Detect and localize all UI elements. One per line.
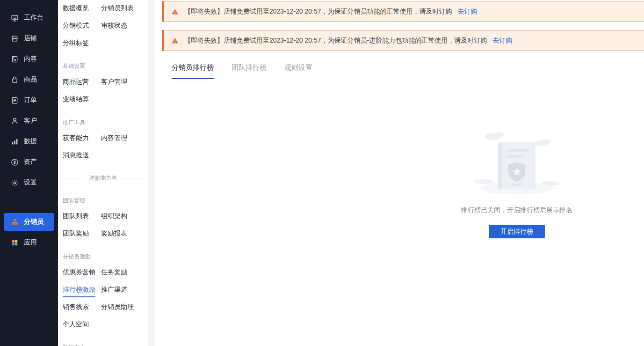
submenu-item-label: 客户管理 [101, 76, 127, 87]
panel-divider [148, 0, 155, 346]
ranking-panel: 排行榜已关闭，开启排行榜后展示排名 开启排行榜 [155, 79, 644, 313]
submenu-item[interactable]: 消息推送 [63, 150, 101, 160]
submenu-item-label: 数据概览 [63, 3, 89, 13]
submenu-item[interactable]: 分组标签 [63, 37, 101, 48]
tab-distributor-ranking[interactable]: 分销员排行榜 [172, 63, 214, 79]
submenu-item-label: 内容管理 [101, 133, 127, 143]
submenu-section-title: 推广工具 [63, 118, 148, 126]
sidebar-item-label: 数据 [24, 137, 37, 146]
warning-icon [171, 8, 179, 15]
advanced-pack-label: 进阶能力包 [89, 174, 117, 182]
assets-icon [10, 158, 19, 166]
sidebar-item-label: 商品 [24, 75, 37, 84]
submenu-item[interactable]: 团队列表 [63, 211, 101, 221]
empty-illustration-icon [470, 129, 564, 199]
settings-icon [10, 178, 19, 187]
banner-text: 【即将失效】店铺免费试用至2023-12-20 20:57，为保证分销员-进阶能… [184, 37, 487, 45]
distributor-icon [10, 218, 19, 226]
sidebar-item-settings[interactable]: 设置 [0, 172, 58, 193]
banner-text: 【即将失效】店铺免费试用至2023-12-20 20:57，为保证分销员功能的正… [184, 7, 452, 16]
tab-bar: 分销员排行榜团队排行榜规则设置 [155, 63, 644, 79]
submenu-item-label: 获客能力 [63, 133, 89, 143]
submenu-item-label: 销售线索 [63, 302, 89, 312]
submenu-item[interactable]: 分销员助理 [101, 302, 148, 312]
submenu-item-label: 团队列表 [63, 211, 89, 221]
sidebar-item-shop[interactable]: 店铺 [0, 28, 58, 49]
submenu-item-label: 分组标签 [63, 37, 89, 48]
submenu-item[interactable]: 个人空间 [63, 319, 101, 329]
submenu-item-label: 商品运营 [63, 76, 89, 87]
sidebar-item-label: 客户 [24, 117, 37, 125]
submenu-item-label: 奖励报表 [101, 228, 127, 238]
submenu-item-label: 团队奖励 [63, 228, 89, 238]
tab-team-ranking[interactable]: 团队排行榜 [232, 63, 267, 79]
subscribe-link[interactable]: 去订购 [458, 7, 478, 16]
submenu-item[interactable]: 数据概览 [63, 3, 101, 13]
advanced-pack-divider: 进阶能力包 [63, 174, 143, 182]
submenu-item[interactable]: 销售线索 [63, 302, 101, 312]
submenu-item-label: 审核状态 [101, 20, 127, 30]
sidebar-item-label: 资产 [24, 158, 37, 166]
submenu-item-label: 消息推送 [63, 150, 89, 160]
sidebar-item-label: 应用 [24, 238, 37, 247]
content-icon [10, 55, 19, 63]
sidebar-item-label: 工作台 [24, 14, 43, 22]
sidebar-item-distributor[interactable]: 分销员 [4, 213, 54, 231]
sidebar-item-content[interactable]: 内容 [0, 49, 58, 69]
submenu-section-items: 数据概览分销员列表分销模式审核状态分组标签 [63, 3, 148, 48]
submenu-item[interactable]: 分销模式 [63, 20, 101, 30]
sidebar-item-goods[interactable]: 商品 [0, 69, 58, 90]
submenu-item[interactable]: 审核状态 [101, 20, 148, 30]
submenu-item[interactable]: 任务奖励 [101, 267, 148, 277]
data-icon [10, 137, 19, 146]
sidebar-item-data[interactable]: 数据 [0, 131, 58, 152]
sidebar-item-workbench[interactable]: 工作台 [0, 7, 58, 28]
submenu-item-label: 分销模式 [63, 20, 89, 30]
submenu-item-label: 个人空间 [63, 319, 89, 329]
sidebar-item-label: 订单 [24, 96, 37, 104]
submenu-item-label: 分销员助理 [101, 302, 134, 312]
trial-expiry-banner: 【即将失效】店铺免费试用至2023-12-20 20:57，为保证分销员-进阶能… [162, 30, 644, 51]
submenu-item[interactable]: 内容管理 [101, 133, 148, 143]
submenu-item[interactable]: 分销员列表 [101, 3, 148, 13]
submenu-section-items: 获客能力内容管理消息推送 [63, 133, 148, 160]
sidebar-item-apps[interactable]: 应用 [0, 232, 58, 253]
submenu-section-items: 团队列表组织架构团队奖励奖励报表 [63, 211, 148, 238]
submenu-item[interactable]: 组织架构 [101, 211, 148, 221]
enable-ranking-button[interactable]: 开启排行榜 [489, 225, 545, 238]
sidebar-item-label: 内容 [24, 55, 37, 63]
submenu-item[interactable]: 团队奖励 [63, 228, 101, 238]
submenu-item[interactable]: 优惠券营销 [63, 267, 101, 277]
workbench-icon [10, 14, 19, 22]
banner-area: 【即将失效】店铺免费试用至2023-12-20 20:57，为保证分销员功能的正… [155, 1, 644, 51]
sidebar-item-assets[interactable]: 资产 [0, 152, 58, 172]
submenu-item[interactable]: 客户管理 [101, 76, 148, 87]
submenu-item-label: 推广渠道 [101, 284, 127, 294]
empty-state-message: 排行榜已关闭，开启排行榜后展示排名 [461, 206, 572, 214]
empty-state: 排行榜已关闭，开启排行榜后展示排名 开启排行榜 [461, 129, 572, 238]
submenu-item-label: 组织架构 [101, 211, 127, 221]
submenu-item[interactable]: 获客能力 [63, 133, 101, 143]
submenu-section-items: 优惠券营销任务奖励排行榜激励推广渠道销售线索分销员助理个人空间 [63, 267, 148, 329]
submenu-item[interactable]: 业绩结算 [63, 94, 101, 104]
tab-rule-settings[interactable]: 规则设置 [284, 63, 312, 79]
submenu-item[interactable]: 推广渠道 [101, 284, 148, 294]
apps-icon [10, 238, 19, 247]
sidebar-item-label: 设置 [24, 178, 37, 187]
submenu-section-title: 分销员激励 [63, 253, 148, 261]
subscribe-link[interactable]: 去订购 [492, 37, 512, 45]
sidebar-item-order[interactable]: 订单 [0, 90, 58, 110]
primary-sidebar: 工作台店铺内容商品订单客户数据资产设置分销员应用 [0, 0, 58, 346]
goods-icon [10, 75, 19, 84]
submenu-item[interactable]: 商品运营 [63, 76, 101, 87]
warning-icon [171, 37, 179, 44]
submenu-section-title: 数据中心 [63, 344, 148, 346]
secondary-menu: 数据概览分销员列表分销模式审核状态分组标签基础设置商品运营客户管理业绩结算推广工… [58, 0, 148, 346]
submenu-item[interactable]: 奖励报表 [101, 228, 148, 238]
submenu-item-label: 优惠券营销 [63, 267, 95, 277]
submenu-item-label: 任务奖励 [101, 267, 127, 277]
submenu-item-label: 分销员列表 [101, 3, 134, 13]
sidebar-item-customer[interactable]: 客户 [0, 110, 58, 131]
sidebar-item-label: 店铺 [24, 34, 37, 43]
submenu-item[interactable]: 排行榜激励 [63, 284, 101, 294]
